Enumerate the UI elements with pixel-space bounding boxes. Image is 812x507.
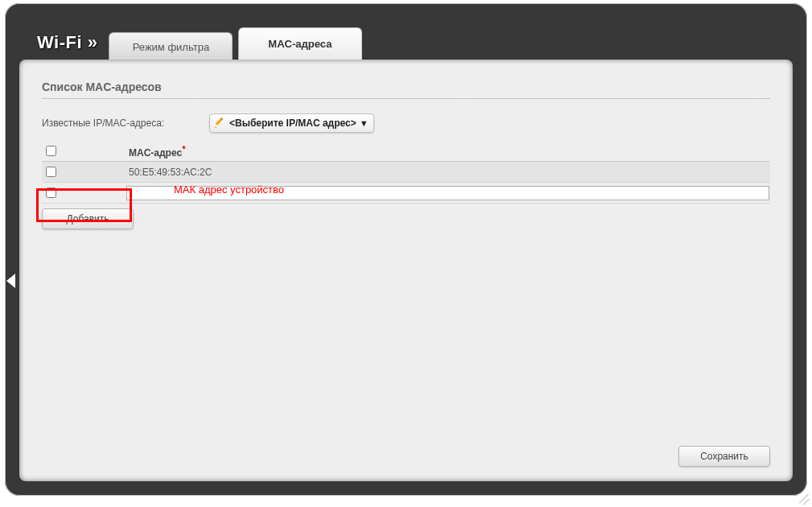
row-checkbox[interactable]: [46, 188, 56, 198]
ipmac-dropdown[interactable]: <Выберите IP/MAC адрес> ▼: [209, 113, 374, 133]
mac-input[interactable]: [126, 186, 769, 200]
select-all-checkbox[interactable]: [46, 146, 56, 156]
svg-marker-0: [6, 274, 15, 288]
svg-rect-2: [216, 119, 222, 126]
required-asterisk: *: [182, 144, 185, 154]
dropdown-text: <Выберите IP/MAC адрес>: [229, 117, 357, 129]
pencil-icon: [213, 117, 226, 130]
table-row[interactable]: 50:E5:49:53:AC:2C: [42, 162, 770, 183]
add-button[interactable]: Добавить: [42, 208, 134, 229]
row-checkbox[interactable]: [46, 167, 56, 177]
content-panel: Список MAC-адресов Известные IP/MAC-адре…: [19, 60, 793, 481]
tab-filter-mode[interactable]: Режим фильтра: [109, 32, 233, 61]
save-button[interactable]: Сохранить: [678, 446, 770, 467]
expand-handle-icon[interactable]: [4, 270, 19, 295]
page-title: Wi-Fi »: [37, 32, 97, 53]
known-ipmac-label: Известные IP/MAC-адреса:: [42, 117, 209, 129]
col-mac-label: MAC-адрес: [129, 147, 182, 159]
tab-mac-addresses[interactable]: MAC-адреса: [238, 27, 362, 60]
tabs: Режим фильтра MAC-адреса: [109, 27, 363, 60]
section-title: Список MAC-адресов: [42, 80, 770, 93]
mac-cell: 50:E5:49:53:AC:2C: [126, 162, 770, 183]
resize-grip-icon[interactable]: [798, 493, 809, 504]
divider: [42, 98, 770, 99]
mac-table: MAC-адрес* 50:E5:49:53:AC:2C: [42, 141, 770, 204]
col-mac-header: MAC-адрес*: [126, 141, 770, 162]
chevron-down-icon: ▼: [360, 118, 369, 128]
table-row[interactable]: МАК адрес устройство: [42, 183, 770, 204]
svg-marker-1: [215, 126, 216, 128]
router-frame: Wi-Fi » Режим фильтра MAC-адреса Список …: [5, 3, 807, 496]
